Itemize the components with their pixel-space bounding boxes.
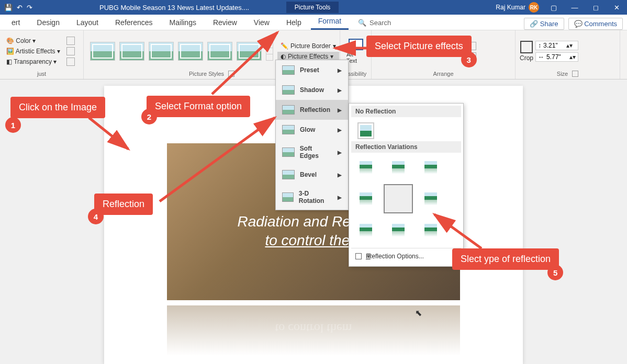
style-thumb[interactable] xyxy=(149,42,174,61)
search-icon: 🔍 xyxy=(358,19,366,27)
crop-icon xyxy=(520,41,533,53)
group-label-arrange: Arrange xyxy=(376,70,511,77)
style-thumb[interactable] xyxy=(237,42,262,61)
reflection-option-none[interactable] xyxy=(357,122,374,139)
reset-icon[interactable] xyxy=(66,58,75,66)
width-input[interactable]: ↔ ▴▾ xyxy=(535,52,578,62)
title-bar: 💾 ↶ ↷ PUBG Mobile Season 13 News Latest … xyxy=(0,0,627,15)
reflection-variation[interactable] xyxy=(422,190,439,207)
ribbon-tabs: ert Design Layout References Mailings Re… xyxy=(0,15,627,30)
annotation-step-3: Select Picture effects 3 xyxy=(366,36,472,57)
height-input[interactable]: ↕ ▴▾ xyxy=(535,41,578,50)
size-launcher-icon[interactable] xyxy=(572,71,578,77)
compress-icon[interactable] xyxy=(66,37,75,45)
reflection-variation[interactable] xyxy=(422,222,439,238)
tab-insert[interactable]: ert xyxy=(4,15,27,30)
gallery-down-icon[interactable] xyxy=(266,48,273,54)
group-label-adjust: just xyxy=(4,70,79,77)
share-button[interactable]: 🔗 Share xyxy=(524,18,564,30)
tab-layout[interactable]: Layout xyxy=(69,15,106,30)
picture-effects-menu: Preset▶ Shadow▶ Reflection▶ Glow▶ Soft E… xyxy=(275,60,349,210)
artistic-effects-button[interactable]: 🖼️ Artistic Effects ▾ xyxy=(4,47,62,56)
user-avatar[interactable]: RK xyxy=(529,2,539,13)
menu-item-soft-edges[interactable]: Soft Edges▶ xyxy=(276,140,348,165)
reflection-variations-label: Reflection Variations xyxy=(351,141,461,153)
ribbon-options-icon[interactable]: ▢ xyxy=(543,0,564,15)
reflection-variation[interactable] xyxy=(357,190,374,207)
group-label-size: Size xyxy=(557,70,568,77)
redo-icon[interactable]: ↷ xyxy=(27,4,32,12)
search-label: Search xyxy=(370,19,391,27)
tab-format[interactable]: Format xyxy=(311,14,349,30)
reflection-variation-selected[interactable] xyxy=(384,184,413,213)
alt-text-icon xyxy=(349,39,363,50)
style-thumb[interactable] xyxy=(90,42,115,61)
reflection-variation[interactable] xyxy=(357,222,374,238)
reflection-variation[interactable] xyxy=(390,222,407,238)
picture-styles-gallery[interactable] xyxy=(88,40,275,63)
menu-item-reflection[interactable]: Reflection▶ xyxy=(276,100,348,120)
transparency-button[interactable]: ◧ Transparency ▾ xyxy=(4,57,62,66)
color-button[interactable]: 🎨 Color ▾ xyxy=(4,36,62,46)
undo-icon[interactable]: ↶ xyxy=(17,4,23,12)
menu-item-3d-rotation[interactable]: 3-D Rotation▶ xyxy=(276,185,348,210)
group-label-picture-styles: Picture Styles xyxy=(189,70,224,77)
comments-button[interactable]: 💬 Comments xyxy=(568,18,623,30)
gallery-up-icon[interactable] xyxy=(266,42,273,49)
annotation-step-1: Click on the Image 1 xyxy=(10,97,105,118)
menu-item-bevel[interactable]: Bevel▶ xyxy=(276,165,348,185)
no-reflection-label: No Reflection xyxy=(351,106,461,117)
annotation-step-5: Slect ype of reflection 5 xyxy=(452,248,559,270)
tab-references[interactable]: References xyxy=(108,15,160,30)
menu-item-preset[interactable]: Preset▶ xyxy=(276,60,348,80)
crop-button[interactable]: Crop xyxy=(520,41,533,62)
tab-view[interactable]: View xyxy=(247,15,277,30)
user-name: Raj Kumar xyxy=(496,4,525,11)
reflection-variation[interactable] xyxy=(357,159,374,176)
tab-help[interactable]: Help xyxy=(279,15,309,30)
maximize-icon[interactable]: ◻ xyxy=(585,0,606,15)
document-title: PUBG Mobile Season 13 News Latest Update… xyxy=(37,4,286,12)
change-icon[interactable] xyxy=(66,47,75,55)
tab-review[interactable]: Review xyxy=(206,15,244,30)
annotation-step-2: Select Format option 2 xyxy=(147,96,250,117)
picture-styles-launcher-icon[interactable] xyxy=(228,71,234,77)
menu-item-shadow[interactable]: Shadow▶ xyxy=(276,80,348,100)
minimize-icon[interactable]: — xyxy=(564,0,585,15)
style-thumb[interactable] xyxy=(178,42,203,61)
save-icon[interactable]: 💾 xyxy=(4,4,13,12)
style-thumb[interactable] xyxy=(119,42,144,61)
reflection-options-button[interactable]: RReflection Options... xyxy=(351,248,461,264)
reflection-variation[interactable] xyxy=(422,159,439,176)
gallery-more-icon[interactable] xyxy=(266,54,273,60)
contextual-tab-picture-tools[interactable]: Picture Tools xyxy=(286,2,339,13)
reflection-submenu: No Reflection Reflection Variations ⬉ RR… xyxy=(349,103,464,267)
annotation-step-4: Reflection 4 xyxy=(94,194,153,215)
cursor-icon: ⬉ xyxy=(415,308,422,318)
search-box[interactable]: 🔍 Search xyxy=(351,16,398,30)
tab-mailings[interactable]: Mailings xyxy=(162,15,204,30)
checkbox-icon xyxy=(355,253,362,259)
menu-item-glow[interactable]: Glow▶ xyxy=(276,120,348,140)
close-icon[interactable]: ✕ xyxy=(606,0,627,15)
tab-design[interactable]: Design xyxy=(29,15,67,30)
reflection-variation[interactable] xyxy=(390,159,407,176)
style-thumb[interactable] xyxy=(207,42,232,61)
picture-border-button[interactable]: ✏️ Picture Border ▾ xyxy=(277,41,339,51)
